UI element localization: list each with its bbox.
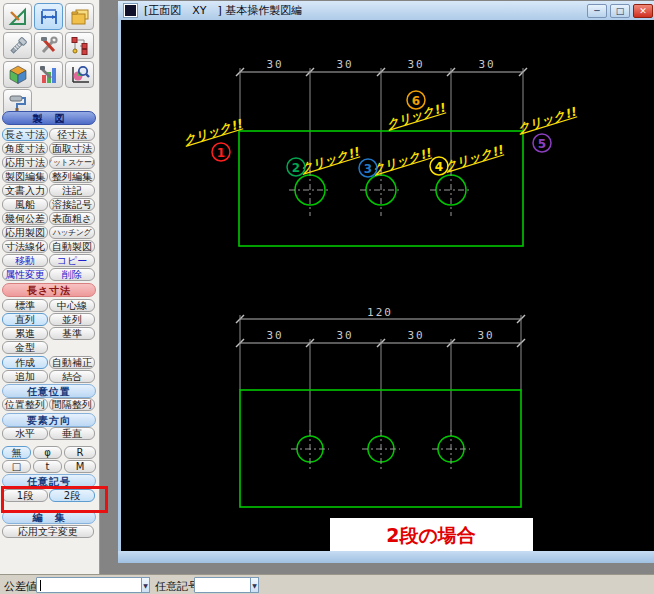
sidebar-button[interactable]: 移動 bbox=[2, 254, 48, 267]
bolt-part-icon[interactable] bbox=[3, 32, 32, 59]
sidebar-group-header: 製 図 bbox=[2, 111, 96, 125]
solid-model-icon[interactable] bbox=[3, 61, 32, 88]
restore-button[interactable]: □ bbox=[610, 4, 630, 18]
click-annotation: クリック!! bbox=[182, 117, 244, 148]
step-marker: 1 bbox=[212, 143, 230, 161]
svg-text:3: 3 bbox=[364, 162, 372, 176]
sidebar-button[interactable]: 寸法線化 bbox=[2, 240, 48, 253]
sidebar-button[interactable]: M bbox=[64, 460, 96, 473]
sidebar-button[interactable]: 累進 bbox=[2, 327, 48, 340]
step-marker: 6 bbox=[407, 91, 425, 109]
dimension-tool-icon[interactable] bbox=[34, 3, 63, 30]
svg-text:2: 2 bbox=[292, 161, 300, 175]
sidebar-button[interactable]: 削除 bbox=[49, 268, 95, 281]
sidebar-button[interactable]: 属性変更 bbox=[2, 268, 48, 281]
structure-tree-icon[interactable] bbox=[65, 32, 94, 59]
sidebar-button[interactable]: 面取寸法 bbox=[49, 142, 95, 155]
dimension-text: 30 bbox=[266, 329, 283, 342]
application-window: 製 図長さ寸法径寸法角度寸法面取寸法応用寸法ノットスケール製図編集整列編集文書入… bbox=[0, 0, 654, 594]
svg-text:1: 1 bbox=[217, 146, 225, 160]
sidebar-button[interactable]: R bbox=[64, 446, 96, 459]
dimension-text: 30 bbox=[407, 329, 424, 342]
click-annotation: クリック!! bbox=[443, 143, 505, 174]
sidebar-button[interactable]: φ bbox=[33, 446, 62, 459]
step-marker: 5 bbox=[533, 134, 551, 152]
sidebar-button[interactable]: 並列 bbox=[49, 313, 95, 326]
sidebar-button[interactable]: 金型 bbox=[2, 341, 48, 354]
symbol-dropdown-button[interactable]: ▼ bbox=[250, 577, 259, 593]
sidebar-button[interactable]: 基準 bbox=[49, 327, 95, 340]
sidebar-button[interactable]: 直列 bbox=[2, 313, 48, 326]
sidebar-button[interactable]: ノットスケール bbox=[49, 156, 95, 169]
sidebar-button[interactable]: 結合 bbox=[49, 370, 95, 383]
hole-symbol bbox=[289, 170, 331, 216]
tolerance-label: 公差値 bbox=[4, 579, 37, 594]
symbol-label: 任意記号 bbox=[155, 579, 199, 594]
sidebar-button[interactable]: 追加 bbox=[2, 370, 48, 383]
sidebar-button[interactable]: 自動補正 bbox=[49, 356, 95, 369]
sidebar-group-header: 要素方向 bbox=[2, 413, 96, 427]
sidebar-button[interactable]: 角度寸法 bbox=[2, 142, 48, 155]
hole-symbol bbox=[362, 430, 400, 472]
window-bottom-border bbox=[118, 551, 654, 563]
sidebar-button[interactable]: 製図編集 bbox=[2, 170, 48, 183]
drawing-canvas[interactable]: 30 30 30 30 bbox=[121, 20, 654, 551]
drafting-tool-icon[interactable] bbox=[3, 3, 32, 30]
sidebar-button[interactable]: 垂直 bbox=[49, 427, 95, 440]
dimension-text: 120 bbox=[367, 306, 393, 319]
sidebar-button[interactable]: 水平 bbox=[2, 427, 48, 440]
tolerance-dropdown-button[interactable]: ▼ bbox=[141, 577, 150, 593]
bottom-drawing: 120 30 30 30 30 bbox=[236, 306, 525, 507]
dimension-text: 30 bbox=[336, 58, 353, 71]
tools-icon[interactable] bbox=[34, 32, 63, 59]
sidebar-button[interactable]: 溶接記号 bbox=[49, 198, 95, 211]
sidebar-button[interactable]: 位置整列 bbox=[2, 398, 48, 411]
sidebar-button[interactable]: 径寸法 bbox=[49, 128, 95, 141]
highlight-box bbox=[1, 486, 108, 513]
sidebar-button[interactable]: t bbox=[33, 460, 62, 473]
sidebar-button[interactable]: 応用文字変更 bbox=[2, 525, 94, 538]
sidebar-button[interactable]: 作成 bbox=[2, 356, 48, 369]
sidebar-group-header: 任意位置 bbox=[2, 384, 96, 398]
svg-text:6: 6 bbox=[412, 94, 420, 108]
sidebar-button[interactable]: 整列編集 bbox=[49, 170, 95, 183]
toolbox-chart-icon[interactable] bbox=[34, 61, 63, 88]
sidebar-button[interactable]: 風船 bbox=[2, 198, 48, 211]
hole-symbol bbox=[430, 170, 472, 216]
sidebar-button[interactable]: 自動製図 bbox=[49, 240, 95, 253]
status-bar: 公差値 ▼ 任意記号 ▼ bbox=[0, 574, 654, 594]
sidebar-button[interactable]: 文書入力 bbox=[2, 184, 48, 197]
drawing-window: [正面図 XY ] 基本操作製図編 ─ □ ✕ 30 30 30 bbox=[118, 1, 654, 563]
sidebar-button[interactable]: 無 bbox=[2, 446, 31, 459]
tolerance-input[interactable] bbox=[36, 577, 142, 593]
sidebar-button[interactable]: □ bbox=[2, 460, 31, 473]
text-caret bbox=[40, 580, 41, 591]
hole-symbol bbox=[432, 430, 470, 472]
sidebar-button[interactable]: 長さ寸法 bbox=[2, 128, 48, 141]
sidebar-button[interactable]: 応用製図 bbox=[2, 226, 48, 239]
click-annotation: クリック!! bbox=[299, 145, 361, 176]
symbol-input[interactable] bbox=[194, 577, 251, 593]
minimize-button[interactable]: ─ bbox=[587, 4, 607, 18]
sidebar-button[interactable]: 注記 bbox=[49, 184, 95, 197]
dimension-text: 30 bbox=[477, 329, 494, 342]
analysis-icon[interactable] bbox=[65, 61, 94, 88]
sidebar-button[interactable]: 中心線 bbox=[49, 299, 95, 312]
case-label: 2段の場合 bbox=[330, 518, 533, 551]
sidebar-button[interactable]: 標準 bbox=[2, 299, 48, 312]
click-annotation: クリック!! bbox=[516, 105, 578, 136]
click-annotation: クリック!! bbox=[371, 146, 433, 177]
sidebar-button[interactable]: 応用寸法 bbox=[2, 156, 48, 169]
hole-symbol bbox=[291, 430, 329, 472]
close-button[interactable]: ✕ bbox=[633, 4, 653, 18]
document-icon bbox=[124, 4, 137, 17]
sidebar-button[interactable]: 幾何公差 bbox=[2, 212, 48, 225]
sidebar-button[interactable]: 表面粗さ bbox=[49, 212, 95, 225]
drawings-folder-icon[interactable] bbox=[65, 3, 94, 30]
dimension-text: 30 bbox=[266, 58, 283, 71]
svg-text:5: 5 bbox=[538, 137, 546, 151]
sidebar-button[interactable]: コピー bbox=[49, 254, 95, 267]
window-titlebar[interactable]: [正面図 XY ] 基本操作製図編 ─ □ ✕ bbox=[118, 1, 654, 20]
sidebar-button[interactable]: 間隔整列 bbox=[49, 398, 95, 411]
sidebar-button[interactable]: ハッチング bbox=[49, 226, 95, 239]
